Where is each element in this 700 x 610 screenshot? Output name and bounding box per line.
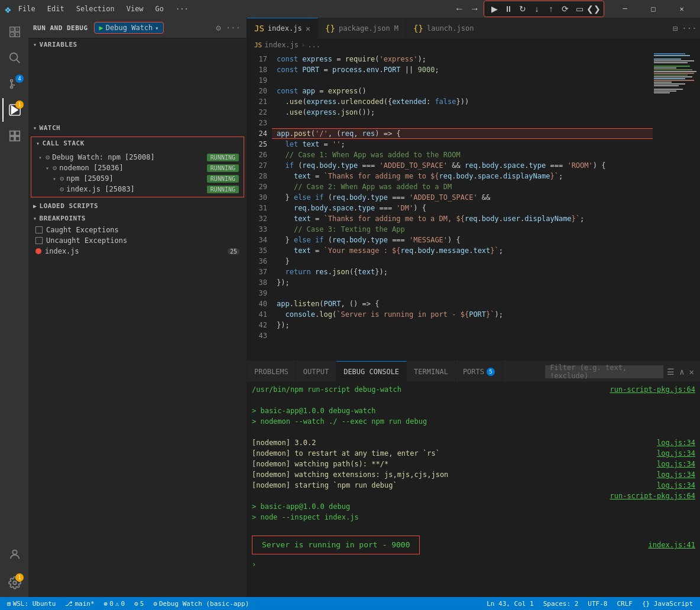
panel-clear-btn[interactable]: ☰ bbox=[666, 366, 676, 378]
panel-tab-debug-console[interactable]: DEBUG CONSOLE bbox=[336, 361, 407, 382]
debug-step-over-btn[interactable]: ↻ bbox=[516, 2, 529, 15]
console-nodemon-ver-link[interactable]: log.js:34 bbox=[657, 437, 695, 448]
debug-restart-btn[interactable]: ⟳ bbox=[559, 2, 572, 15]
status-spaces[interactable]: Spaces: 2 bbox=[541, 600, 581, 608]
panel-tab-ports[interactable]: PORTS 5 bbox=[456, 361, 503, 382]
maximize-btn[interactable]: □ bbox=[640, 0, 667, 18]
debug-continue-btn[interactable]: ▶ bbox=[488, 2, 501, 15]
console-nodemon-ext-link[interactable]: log.js:34 bbox=[657, 469, 695, 480]
menu-file[interactable]: File bbox=[14, 4, 40, 14]
panel-tab-output[interactable]: OUTPUT bbox=[296, 361, 336, 382]
debug-pause-btn[interactable]: ⏸ bbox=[502, 2, 515, 15]
bp-uncaught-exceptions[interactable]: Uncaught Exceptions bbox=[28, 235, 247, 246]
breadcrumb-more[interactable]: ... bbox=[307, 41, 320, 49]
panel-tab-terminal[interactable]: TERMINAL bbox=[407, 361, 456, 382]
callstack-item-3[interactable]: ⚙ index.js [25083] RUNNING bbox=[31, 184, 244, 194]
debug-extra-btn[interactable]: ❮❯ bbox=[587, 2, 600, 15]
console-nodemon-watch-link[interactable]: log.js:34 bbox=[657, 459, 695, 469]
settings-cog-icon[interactable]: ⚙ bbox=[215, 22, 222, 34]
activity-search-icon[interactable] bbox=[2, 46, 26, 70]
status-branch-label: main* bbox=[74, 600, 94, 608]
menu-selection[interactable]: Selection bbox=[72, 4, 119, 14]
tab-index-js[interactable]: JS index.js ✕ bbox=[247, 18, 318, 38]
more-tabs-btn[interactable]: ··· bbox=[683, 22, 695, 34]
bp-caught-exceptions[interactable]: Caught Exceptions bbox=[28, 225, 247, 235]
console-line-npm-run: /usr/bin/npm run-script debug-watch run-… bbox=[252, 384, 695, 395]
debug-config-dropdown[interactable]: ▶ Debug Watch ▾ bbox=[94, 22, 164, 34]
code-line-35: text = `Your message : ${req.body.messag… bbox=[272, 245, 653, 256]
activity-extensions-icon[interactable] bbox=[2, 124, 26, 148]
uncaught-exceptions-checkbox[interactable] bbox=[35, 237, 43, 244]
debug-step-out-btn[interactable]: ↑ bbox=[545, 2, 558, 15]
status-position[interactable]: Ln 43, Col 1 bbox=[484, 600, 536, 608]
code-line-19 bbox=[272, 75, 653, 86]
close-btn[interactable]: ✕ bbox=[668, 0, 695, 18]
menu-edit[interactable]: Edit bbox=[43, 4, 69, 14]
breadcrumb-file[interactable]: JS bbox=[254, 41, 262, 49]
svg-rect-10 bbox=[15, 137, 20, 141]
menu-view[interactable]: View bbox=[122, 4, 148, 14]
status-debug-gear[interactable]: ⚙ 5 bbox=[132, 600, 146, 608]
breakpoints-section-header[interactable]: ▾ BREAKPOINTS bbox=[28, 212, 247, 225]
status-language[interactable]: {} JavaScript bbox=[640, 600, 695, 608]
loaded-scripts-collapse-icon: ▶ bbox=[33, 203, 37, 209]
code-line-28: text = `Thanks for adding me to ${req.bo… bbox=[272, 171, 653, 181]
bp-index-js[interactable]: index.js 25 bbox=[28, 246, 247, 257]
console-blank-with-link: run-script-pkg.js:64 bbox=[252, 491, 695, 501]
code-line-41: console.log(`Server is running in port -… bbox=[272, 309, 653, 320]
breadcrumb-filename[interactable]: index.js bbox=[264, 41, 299, 49]
debug-step-into-btn[interactable]: ↓ bbox=[530, 2, 543, 15]
caught-exceptions-checkbox[interactable] bbox=[35, 226, 43, 233]
callstack-item-0[interactable]: ▾ ⚙ Debug Watch: npm [25008] RUNNING bbox=[31, 152, 244, 163]
code-content[interactable]: const express = require('express'); cons… bbox=[272, 51, 653, 361]
activity-git-icon[interactable]: 4 bbox=[2, 72, 26, 96]
activity-account-icon[interactable] bbox=[2, 543, 26, 566]
console-nodemon-restart-text: [nodemon] to restart at any time, enter … bbox=[252, 448, 440, 459]
status-eol[interactable]: CRLF bbox=[614, 600, 635, 608]
debug-stop-btn[interactable]: ▭ bbox=[573, 2, 586, 15]
activity-explorer-icon[interactable] bbox=[2, 20, 26, 44]
console-indexjs-link[interactable]: index.js:41 bbox=[649, 540, 695, 550]
filter-bar[interactable]: Filter (e.g. text, !exclude) bbox=[545, 365, 663, 378]
callstack-section-header[interactable]: ▾ CALL STACK bbox=[31, 137, 244, 150]
tab-package-json[interactable]: {} package.json M bbox=[318, 18, 406, 38]
nav-back-btn[interactable]: ← bbox=[453, 2, 466, 15]
status-wsl[interactable]: ⊞ WSL: Ubuntu bbox=[5, 600, 58, 608]
panel-collapse-btn[interactable]: ∧ bbox=[678, 366, 685, 378]
tab-launch-json[interactable]: {} launch.json bbox=[406, 18, 481, 38]
variables-section-header[interactable]: ▾ VARIABLES bbox=[28, 38, 247, 51]
status-encoding[interactable]: UTF-8 bbox=[585, 600, 610, 608]
run-debug-label: RUN AND DEBUG bbox=[33, 24, 88, 32]
activity-settings-icon[interactable]: 1 bbox=[2, 571, 26, 595]
panel-close-btn[interactable]: ✕ bbox=[688, 366, 695, 378]
editor-area: JS index.js ✕ {} package.json M {} launc… bbox=[247, 18, 700, 597]
panel-tab-problems[interactable]: PROBLEMS bbox=[247, 361, 296, 382]
cs-name-0: Debug Watch: npm [25008] bbox=[52, 153, 154, 161]
minimize-btn[interactable]: ─ bbox=[611, 0, 639, 18]
variables-label: VARIABLES bbox=[40, 41, 77, 48]
more-options-icon[interactable]: ··· bbox=[225, 22, 242, 34]
nav-forward-btn[interactable]: → bbox=[468, 2, 481, 15]
console-npm-run-link[interactable]: run-script-pkg.js:64 bbox=[610, 384, 696, 395]
console-pkg-link[interactable]: run-script-pkg.js:64 bbox=[610, 491, 696, 501]
console-nodemon-restart-link[interactable]: log.js:34 bbox=[657, 448, 695, 459]
menu-more[interactable]: ··· bbox=[171, 4, 193, 14]
loaded-scripts-header[interactable]: ▶ LOADED SCRIPTS bbox=[28, 200, 247, 212]
callstack-item-2[interactable]: ▾ ⚙ npm [25059] RUNNING bbox=[31, 173, 244, 184]
window-controls: ─ □ ✕ bbox=[611, 0, 695, 18]
status-encoding-label: UTF-8 bbox=[588, 600, 607, 608]
activity-debug-icon[interactable]: 1 bbox=[2, 98, 26, 122]
panel-tabs: PROBLEMS OUTPUT DEBUG CONSOLE TERMINAL P… bbox=[247, 361, 700, 382]
split-editor-btn[interactable]: ⊟ bbox=[669, 22, 681, 34]
cs-expand-icon-1: ▾ bbox=[46, 165, 49, 171]
callstack-item-1[interactable]: ▾ ⚙ nodemon [25036] RUNNING bbox=[31, 163, 244, 173]
tab-index-js-close[interactable]: ✕ bbox=[306, 24, 310, 33]
status-debug-config[interactable]: ⚙ Debug Watch (basic-app) bbox=[151, 600, 251, 608]
console-nodemon-start-text: [nodemon] starting `npm run debug` bbox=[252, 480, 397, 491]
variables-content bbox=[28, 51, 247, 122]
status-errors[interactable]: ⊗ 0 ⚠ 0 bbox=[102, 600, 128, 608]
status-branch[interactable]: ⎇ main* bbox=[63, 600, 96, 608]
menu-go[interactable]: Go bbox=[151, 4, 168, 14]
console-nodemon-start-link[interactable]: log.js:34 bbox=[657, 480, 695, 491]
watch-section-header[interactable]: ▾ WATCH bbox=[28, 122, 247, 134]
